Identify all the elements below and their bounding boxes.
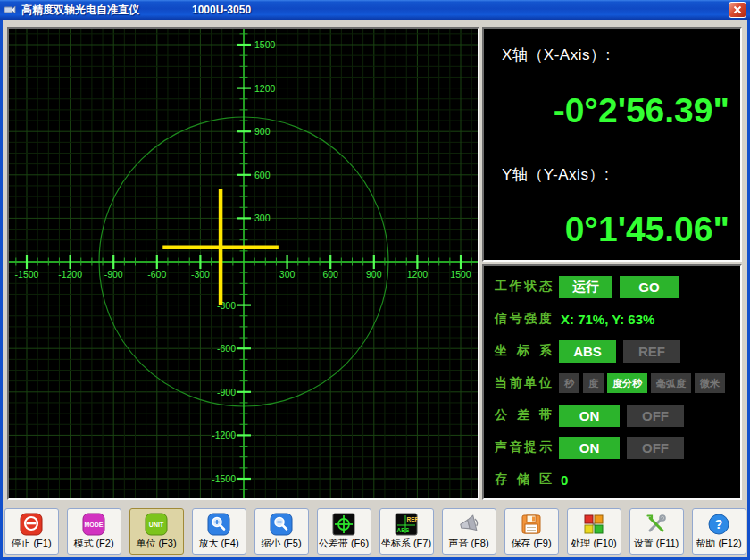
window-border-left	[0, 20, 3, 560]
status-label: 工作状态	[495, 279, 552, 295]
toolbar-button-label: 放大 (F4)	[198, 537, 238, 550]
toolbar-button-label: 声音 (F8)	[448, 537, 488, 550]
toolbar-button-label: 设置 (F11)	[634, 537, 679, 550]
svg-text:600: 600	[322, 269, 338, 280]
toolbar-button-label: 单位 (F3)	[136, 537, 176, 550]
svg-text:-1500: -1500	[15, 269, 39, 280]
app-window: 高精度双轴光电自准直仪 1000U-3050 -1500-1500-1200-1…	[0, 0, 750, 560]
run-button[interactable]: 运行	[559, 276, 612, 298]
go-button[interactable]: GO	[620, 276, 679, 298]
svg-text:600: 600	[254, 170, 271, 180]
settings-icon	[645, 513, 668, 536]
svg-text:MODE: MODE	[85, 522, 104, 528]
help-button[interactable]: ?帮助 (F12)	[692, 508, 746, 555]
toolbar-button-label: 停止 (F1)	[11, 537, 51, 550]
abs-button[interactable]: ABS	[559, 340, 616, 363]
status-label: 信号强度	[495, 311, 552, 327]
stop-icon	[20, 513, 43, 536]
unit-mrad-button[interactable]: 毫弧度	[651, 373, 691, 393]
svg-text:-600: -600	[147, 269, 166, 280]
close-button[interactable]	[729, 2, 746, 18]
readings-panel: X轴（X-Axis）: -0°2'56.39" Y轴（Y-Axis）: 0°1'…	[482, 27, 742, 262]
svg-text:-600: -600	[217, 343, 236, 354]
svg-text:UNIT: UNIT	[149, 522, 164, 528]
tolerance-button[interactable]: 公差带 (F6)	[317, 508, 371, 555]
mode-icon: MODE	[82, 513, 105, 536]
status-row: 公差带ONOFF	[495, 399, 740, 431]
help-icon: ?	[707, 513, 730, 536]
tolerance-icon	[332, 513, 355, 536]
model-number: 1000U-3050	[192, 4, 251, 16]
status-label: 公差带	[495, 407, 552, 423]
status-label: 坐标系	[495, 343, 552, 359]
process-icon	[582, 513, 605, 536]
window-title: 高精度双轴光电自准直仪	[21, 3, 139, 18]
svg-text:-1200: -1200	[212, 430, 236, 440]
status-row: 当前单位秒度度分秒毫弧度微米	[495, 367, 740, 399]
unit-icon: UNIT	[145, 513, 168, 536]
sound-off-button[interactable]: OFF	[627, 437, 684, 459]
autocollimator-app-icon	[4, 4, 16, 16]
toolbar-button-label: 保存 (F9)	[511, 537, 551, 550]
settings-button[interactable]: 设置 (F11)	[629, 508, 684, 555]
svg-text:ABS: ABS	[397, 527, 410, 533]
unit-degree-button[interactable]: 度	[583, 373, 604, 393]
x-axis-value: -0°2'56.39"	[554, 91, 729, 130]
unit-arcsec-button[interactable]: 秒	[559, 373, 579, 393]
storage-count: 0	[561, 472, 568, 488]
y-axis-value: 0°1'45.06"	[565, 210, 729, 249]
status-row: 存储区0	[495, 464, 740, 496]
tolerance-on-button[interactable]: ON	[559, 405, 620, 427]
status-label: 当前单位	[495, 375, 552, 391]
svg-text:900: 900	[366, 269, 382, 280]
unit-micron-button[interactable]: 微米	[695, 373, 725, 393]
status-label: 声音提示	[495, 439, 552, 456]
svg-text:900: 900	[254, 126, 271, 137]
zoom-out-button[interactable]: 缩小 (F5)	[254, 508, 309, 555]
ref-button[interactable]: REF	[623, 340, 680, 363]
toolbar-button-label: 缩小 (F5)	[261, 537, 301, 550]
status-row: 信号强度X: 71%, Y: 63%	[495, 303, 740, 335]
svg-text:REF: REF	[407, 516, 419, 522]
titlebar: 高精度双轴光电自准直仪 1000U-3050	[0, 0, 750, 20]
toolbar-button-label: 公差带 (F6)	[319, 537, 369, 550]
status-row: 声音提示ONOFF	[495, 431, 740, 464]
mode-button[interactable]: MODE模式 (F2)	[67, 508, 121, 555]
coordsys-button[interactable]: REFABS坐标系 (F7)	[379, 508, 434, 555]
svg-text:-300: -300	[191, 269, 210, 280]
sound-button[interactable]: 声音 (F8)	[442, 508, 496, 555]
svg-text:-900: -900	[104, 269, 123, 280]
svg-text:1200: 1200	[254, 83, 276, 94]
toolbar-button-label: 处理 (F10)	[571, 537, 616, 550]
stop-button[interactable]: 停止 (F1)	[4, 508, 59, 555]
svg-text:-1200: -1200	[58, 269, 82, 280]
svg-text:?: ?	[715, 517, 723, 531]
zoom-in-button[interactable]: 放大 (F4)	[192, 508, 246, 555]
unit-dms-button[interactable]: 度分秒	[607, 373, 647, 393]
signal-strength-value: X: 71%, Y: 63%	[561, 312, 654, 327]
close-icon	[732, 4, 743, 15]
save-icon	[520, 513, 543, 536]
status-row: 坐标系ABSREF	[495, 335, 740, 367]
svg-text:300: 300	[254, 213, 271, 223]
unit-button[interactable]: UNIT单位 (F3)	[129, 508, 184, 555]
status-label: 存储区	[495, 472, 552, 488]
save-button[interactable]: 保存 (F9)	[504, 508, 559, 555]
toolbar-button-label: 帮助 (F12)	[696, 537, 741, 550]
toolbar: 停止 (F1)MODE模式 (F2)UNIT单位 (F3)放大 (F4)缩小 (…	[0, 504, 750, 557]
zoom-out-icon	[270, 513, 293, 536]
status-row: 工作状态运行GO	[495, 271, 740, 303]
toolbar-button-label: 坐标系 (F7)	[381, 537, 431, 550]
y-axis-label: Y轴（Y-Axis）:	[502, 164, 609, 185]
alignment-plot: -1500-1500-1200-1200-900-900-600-600-300…	[9, 29, 478, 498]
sound-icon	[457, 513, 480, 536]
tolerance-off-button[interactable]: OFF	[627, 405, 684, 427]
coordsys-icon: REFABS	[395, 513, 418, 536]
process-button[interactable]: 处理 (F10)	[567, 508, 621, 555]
sound-on-button[interactable]: ON	[559, 437, 620, 459]
plot-area: -1500-1500-1200-1200-900-900-600-600-300…	[7, 27, 479, 500]
svg-text:300: 300	[279, 269, 296, 280]
toolbar-button-label: 模式 (F2)	[73, 537, 113, 550]
svg-text:-1500: -1500	[212, 473, 236, 484]
zoom-in-icon	[207, 513, 230, 536]
